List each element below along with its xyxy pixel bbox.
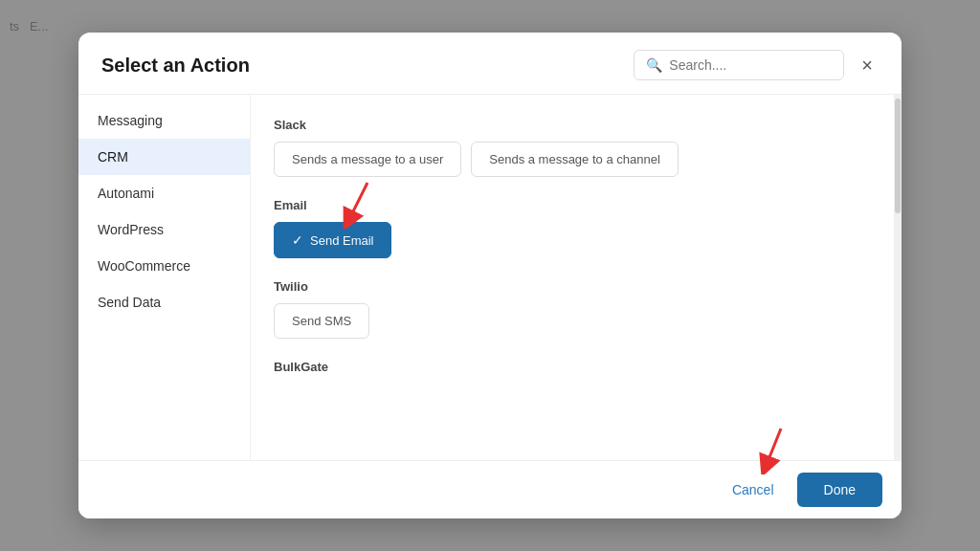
modal-dialog: Select an Action 🔍 × Messaging	[78, 33, 902, 518]
section-label-email: Email	[274, 198, 871, 212]
section-bulkgate: BulkGate	[274, 360, 871, 420]
sidebar-item-crm[interactable]: CRM	[78, 139, 250, 175]
modal-overlay: Select an Action 🔍 × Messaging	[0, 0, 980, 551]
content-area: Slack Sends a message to a user Sends a …	[251, 95, 894, 460]
check-icon: ✓	[292, 232, 303, 248]
section-label-bulkgate: BulkGate	[274, 360, 871, 374]
sidebar: Messaging CRM Autonami WordPress WooComm…	[78, 95, 251, 460]
modal-body: Messaging CRM Autonami WordPress WooComm…	[78, 95, 902, 460]
section-label-slack: Slack	[274, 118, 871, 132]
scrollbar-track	[894, 95, 902, 460]
modal-title: Select an Action	[101, 55, 250, 77]
scrollbar-thumb[interactable]	[895, 99, 901, 213]
sidebar-item-autonami[interactable]: Autonami	[78, 175, 250, 211]
search-input[interactable]	[669, 57, 832, 73]
email-actions-row: ✓ Send Email	[274, 222, 871, 258]
sidebar-item-woocommerce[interactable]: WooCommerce	[78, 248, 250, 284]
modal-header: Select an Action 🔍 ×	[78, 33, 902, 95]
search-icon: 🔍	[646, 57, 662, 73]
close-button[interactable]: ×	[856, 54, 879, 77]
sidebar-item-wordpress[interactable]: WordPress	[78, 211, 250, 248]
done-button[interactable]: Done	[797, 473, 882, 507]
section-slack: Slack Sends a message to a user Sends a …	[274, 118, 871, 177]
bulkgate-actions-row	[274, 384, 871, 420]
action-btn-send-email[interactable]: ✓ Send Email	[274, 222, 391, 258]
header-right: 🔍 ×	[634, 50, 879, 80]
section-label-twilio: Twilio	[274, 279, 871, 294]
action-btn-send-sms[interactable]: Send SMS	[274, 303, 369, 339]
section-twilio: Twilio Send SMS	[274, 279, 871, 339]
cancel-button[interactable]: Cancel	[721, 474, 786, 505]
slack-actions-row: Sends a message to a user Sends a messag…	[274, 142, 871, 177]
page-background: ts E... Select an Action 🔍 ×	[0, 0, 980, 551]
search-box: 🔍	[634, 50, 844, 80]
twilio-actions-row: Send SMS	[274, 303, 871, 339]
sidebar-item-send-data[interactable]: Send Data	[78, 284, 250, 320]
action-btn-slack-user[interactable]: Sends a message to a user	[274, 142, 461, 177]
sidebar-item-messaging[interactable]: Messaging	[78, 102, 250, 139]
section-email: Email ✓ Send Email	[274, 198, 871, 258]
modal-footer: Cancel Done	[78, 460, 902, 518]
action-btn-slack-channel[interactable]: Sends a message to a channel	[471, 142, 679, 177]
